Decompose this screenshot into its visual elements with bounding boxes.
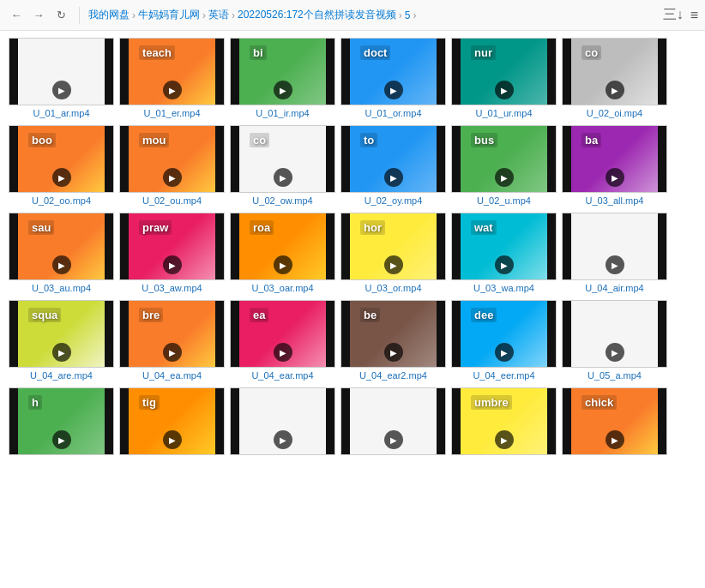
play-button[interactable]: ▶ — [384, 430, 403, 449]
thumb-text: be — [360, 308, 380, 322]
video-item[interactable]: chick ▶ — [562, 387, 667, 455]
play-button[interactable]: ▶ — [495, 255, 514, 274]
divider — [79, 7, 80, 24]
play-button[interactable]: ▶ — [163, 81, 182, 99]
thumb-text: sau — [28, 220, 54, 235]
video-item[interactable]: hor ▶ U_03_or.mp4 — [340, 213, 446, 293]
play-button[interactable]: ▶ — [495, 343, 514, 362]
breadcrumb-3[interactable]: 20220526:172个自然拼读发音视频 — [238, 8, 396, 22]
thumbnail: squa ▶ — [9, 300, 114, 368]
video-item[interactable]: squa ▶ U_04_are.mp4 — [9, 300, 114, 381]
play-button[interactable]: ▶ — [606, 168, 624, 187]
video-item[interactable]: nur ▶ U_01_ur.mp4 — [451, 38, 557, 118]
play-button[interactable]: ▶ — [274, 343, 292, 362]
video-item[interactable]: boo ▶ U_02_oo.mp4 — [9, 125, 114, 206]
back-button[interactable]: ← — [7, 6, 26, 25]
thumbnail: ▶ — [562, 300, 667, 368]
play-button[interactable]: ▶ — [274, 430, 292, 449]
video-item[interactable]: ▶ — [340, 387, 446, 455]
video-item[interactable]: tig ▶ — [119, 387, 225, 455]
video-item[interactable]: roa ▶ U_03_oar.mp4 — [230, 213, 335, 293]
thumb-text: co — [250, 133, 269, 147]
thumb-text: bus — [471, 133, 497, 147]
thumb-text: umbre — [471, 395, 512, 410]
video-item[interactable]: ▶ U_01_ar.mp4 — [9, 38, 114, 118]
play-button[interactable]: ▶ — [606, 343, 624, 362]
play-button[interactable]: ▶ — [52, 255, 71, 274]
play-button[interactable]: ▶ — [163, 168, 182, 187]
play-button[interactable]: ▶ — [163, 343, 182, 362]
play-button[interactable]: ▶ — [52, 168, 71, 187]
video-item[interactable]: teach ▶ U_01_er.mp4 — [119, 38, 225, 118]
play-button[interactable]: ▶ — [384, 168, 403, 187]
video-label: U_02_ow.mp4 — [230, 195, 335, 206]
play-button[interactable]: ▶ — [384, 255, 403, 274]
video-item[interactable]: ea ▶ U_04_ear.mp4 — [230, 300, 335, 381]
video-item[interactable]: co ▶ U_02_oi.mp4 — [562, 38, 667, 118]
breadcrumb-4[interactable]: 5 — [405, 9, 411, 21]
video-label: U_04_eer.mp4 — [451, 370, 557, 381]
video-item[interactable]: doct ▶ U_01_or.mp4 — [340, 38, 446, 118]
sep5: › — [413, 9, 416, 21]
video-item[interactable]: ▶ U_04_air.mp4 — [562, 213, 667, 293]
video-item[interactable]: h ▶ — [9, 387, 114, 455]
play-button[interactable]: ▶ — [495, 168, 514, 187]
refresh-button[interactable]: ↻ — [51, 6, 70, 25]
more-button[interactable]: ≡ — [690, 8, 698, 23]
play-button[interactable]: ▶ — [52, 81, 71, 99]
play-button[interactable]: ▶ — [495, 81, 514, 99]
sort-button[interactable]: 三↓ — [663, 6, 684, 24]
thumb-text: wat — [471, 220, 497, 235]
play-button[interactable]: ▶ — [274, 168, 292, 187]
video-item[interactable]: ▶ — [230, 387, 335, 455]
thumbnail: wat ▶ — [451, 213, 557, 280]
video-label: U_03_or.mp4 — [340, 283, 446, 293]
video-item[interactable]: praw ▶ U_03_aw.mp4 — [119, 213, 225, 293]
forward-button[interactable]: → — [29, 6, 48, 25]
video-item[interactable]: be ▶ U_04_ear2.mp4 — [340, 300, 446, 381]
thumbnail: ▶ — [340, 387, 446, 455]
thumbnail: co ▶ — [230, 125, 335, 193]
sep3: › — [232, 9, 235, 21]
thumb-text: mou — [139, 133, 169, 147]
play-button[interactable]: ▶ — [384, 343, 403, 362]
thumb-text: chick — [581, 395, 617, 410]
thumbnail: ea ▶ — [230, 300, 335, 368]
thumbnail: praw ▶ — [119, 213, 225, 280]
video-item[interactable]: co ▶ U_02_ow.mp4 — [230, 125, 335, 206]
video-item[interactable]: ▶ U_05_a.mp4 — [562, 300, 667, 381]
thumbnail: hor ▶ — [340, 213, 446, 280]
video-item[interactable]: bus ▶ U_02_u.mp4 — [451, 125, 557, 206]
video-label: U_04_ear2.mp4 — [340, 370, 446, 381]
thumbnail: doct ▶ — [340, 38, 446, 105]
thumb-text: doct — [360, 45, 390, 60]
video-item[interactable]: ba ▶ U_03_all.mp4 — [562, 125, 667, 206]
play-button[interactable]: ▶ — [163, 255, 182, 274]
play-button[interactable]: ▶ — [52, 343, 71, 362]
video-item[interactable]: mou ▶ U_02_ou.mp4 — [119, 125, 225, 206]
thumb-text: teach — [139, 45, 175, 60]
video-item[interactable]: sau ▶ U_03_au.mp4 — [9, 213, 114, 293]
video-item[interactable]: dee ▶ U_04_eer.mp4 — [451, 300, 557, 381]
breadcrumb-home[interactable]: 我的网盘 — [88, 8, 130, 22]
video-item[interactable]: umbre ▶ — [451, 387, 557, 455]
thumb-text: ea — [250, 308, 268, 322]
play-button[interactable]: ▶ — [274, 81, 292, 99]
play-button[interactable]: ▶ — [606, 81, 624, 99]
video-item[interactable]: bre ▶ U_04_ea.mp4 — [119, 300, 225, 381]
play-button[interactable]: ▶ — [52, 430, 71, 449]
video-item[interactable]: to ▶ U_02_oy.mp4 — [340, 125, 446, 206]
play-button[interactable]: ▶ — [384, 81, 403, 99]
toolbar: ← → ↻ 我的网盘 › 牛妈妈育儿网 › 英语 › 20220526:172个… — [0, 0, 705, 31]
play-button[interactable]: ▶ — [606, 255, 624, 274]
breadcrumb-2[interactable]: 英语 — [208, 8, 229, 22]
play-button[interactable]: ▶ — [606, 430, 624, 449]
play-button[interactable]: ▶ — [163, 430, 182, 449]
breadcrumb-1[interactable]: 牛妈妈育儿网 — [138, 8, 200, 22]
play-button[interactable]: ▶ — [495, 430, 514, 449]
video-item[interactable]: wat ▶ U_03_wa.mp4 — [451, 213, 557, 293]
play-button[interactable]: ▶ — [274, 255, 292, 274]
thumbnail: roa ▶ — [230, 213, 335, 280]
video-item[interactable]: bi ▶ U_01_ir.mp4 — [230, 38, 335, 118]
thumb-text: hor — [360, 220, 385, 235]
